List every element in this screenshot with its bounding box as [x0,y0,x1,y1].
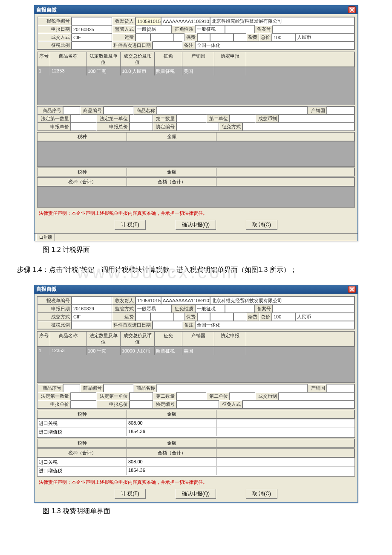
val-qty2[interactable] [176,392,206,400]
val-first-import[interactable] [153,41,182,49]
tax-total-row[interactable]: 进口关税 808.00 [37,458,355,466]
val-freight-a[interactable] [135,313,150,321]
val-taxdoc-no[interactable] [72,297,112,305]
val-goods-code[interactable] [104,107,133,115]
val-insurance-c[interactable] [233,33,246,41]
val-freight-c[interactable] [174,313,184,321]
val-consignee-name[interactable]: 北京科维克经贸科技发展有限公司 [210,17,355,25]
lbl-total-price: 总价 [259,33,272,41]
lbl-tax-type2: 税种 [37,439,127,447]
goods-grid[interactable]: 1 12353 100 千克 10.0 人民币 照章征税 美国 [37,67,355,105]
tax-grid[interactable] [37,141,355,167]
close-button[interactable] [348,6,356,13]
val-decl-price[interactable] [71,400,96,408]
val-consignee-name[interactable]: 北京科维克经贸科技发展有限公司 [210,297,355,305]
cell-origin: 美国 [182,347,214,355]
val-consignee-code[interactable]: 1105910159 [135,17,161,25]
val-exempt-blank[interactable] [225,305,255,313]
val-decl-total[interactable] [130,400,153,408]
val-insurance-b[interactable] [210,33,233,41]
tax-row[interactable]: 进口关税 808.00 [37,419,355,428]
val-legal-qty1[interactable] [71,392,96,400]
val-first-import[interactable] [153,321,182,329]
val-goods-seq[interactable] [63,384,80,392]
close-button[interactable] [348,286,356,293]
val-currency[interactable]: 人民币 [295,313,355,321]
val-exempt-mode[interactable] [242,123,355,131]
val-legal-unit1[interactable] [130,115,153,123]
val-consignee-long[interactable]: AAAAAAAAA1105910159 [161,297,210,305]
val-agree-no[interactable] [176,400,219,408]
lbl-goods-code: 商品编号 [80,107,104,115]
val-origin2[interactable] [327,384,355,392]
val-supv-mode[interactable]: 一般贸易 [135,25,172,33]
val-goods-name2[interactable] [157,384,308,392]
val-decl-price[interactable] [71,123,96,131]
val-remark[interactable]: 全国一体化 [195,321,355,329]
val-taxdoc-no[interactable] [72,17,112,25]
val-total-price[interactable]: 100 [272,313,295,321]
val-trade-mode[interactable]: CIF [72,313,112,321]
tax-total-row[interactable]: 进口增值税 1854.36 [37,466,355,475]
val-goods-name2[interactable] [157,107,308,115]
confirm-submit-button[interactable]: 确认申报(Q) [176,489,216,499]
confirm-submit-button[interactable]: 确认申报(Q) [176,220,216,230]
val-freight-c[interactable] [174,33,184,41]
val-tax-rate[interactable] [72,321,112,329]
tax-total-grid[interactable] [37,186,355,208]
lbl-tax-total-amount: 金额（合计） [127,449,216,457]
val-remark[interactable]: 全国一体化 [195,41,355,49]
val-freight-b[interactable] [150,313,174,321]
val-record-no[interactable] [273,305,355,313]
lbl-decl-price: 申报单价 [37,400,71,408]
val-qty2[interactable] [176,115,206,123]
calc-tax-button[interactable]: 计 税(T) [115,220,146,230]
val-unit2[interactable] [230,115,255,123]
col-total-curr: 成交总价及币值 [121,52,155,66]
goods-grid[interactable]: 1 12353 100 千克 10000 人民币 照章征税 美国 [37,347,355,383]
val-insurance-b[interactable] [210,313,233,321]
tax-row[interactable]: 进口增值税 1854.36 [37,428,355,436]
table-row[interactable]: 1 12353 100 千克 10.0 人民币 照章征税 美国 [37,67,355,75]
val-trade-curr[interactable] [279,392,355,400]
val-consignee-long[interactable]: AAAAAAAAA1105910159 [161,17,210,25]
tax-grid[interactable]: 进口关税 808.00 进口增值税 1854.36 [37,419,355,438]
lbl-legal-qty1: 法定第一数量 [37,115,71,123]
val-exempt-mode[interactable] [242,400,355,408]
val-decl-date[interactable]: 20160829 [72,305,112,313]
val-exempt-blank[interactable] [225,25,255,33]
val-insurance-c[interactable] [233,313,246,321]
val-origin2[interactable] [327,107,355,115]
val-exempt-kind[interactable]: 一般征税 [195,25,225,33]
val-legal-unit1[interactable] [130,392,153,400]
val-decl-date[interactable]: 20160825 [72,25,112,33]
val-goods-seq[interactable] [63,107,80,115]
val-total-price[interactable]: 100 [272,33,295,41]
val-unit2[interactable] [230,392,255,400]
lbl-tax-amount: 金额 [127,410,216,418]
tax-total-amount: 1854.36 [127,467,216,475]
calc-tax-button[interactable]: 计 税(T) [115,489,146,499]
lbl-legal-unit1: 法定第一单位 [96,115,130,123]
val-trade-curr[interactable] [279,115,355,123]
val-freight-b[interactable] [150,33,174,41]
val-exempt-kind[interactable]: 一般征税 [195,305,225,313]
val-supv-mode[interactable]: 一般贸易 [135,305,172,313]
val-tax-rate[interactable] [72,41,112,49]
val-insurance-a[interactable] [197,33,210,41]
tax-total-grid[interactable]: 进口关税 808.00 进口增值税 1854.36 [37,457,355,477]
cancel-button[interactable]: 取 消(C) [246,489,277,499]
val-currency[interactable]: 人民币 [295,33,355,41]
val-legal-qty1[interactable] [71,115,96,123]
val-trade-mode[interactable]: CIF [72,33,112,41]
val-decl-total[interactable] [130,123,153,131]
col-agree: 协定申报 [214,52,246,66]
val-record-no[interactable] [273,25,355,33]
val-freight-a[interactable] [135,33,150,41]
val-goods-code[interactable] [104,384,133,392]
val-insurance-a[interactable] [197,313,210,321]
cancel-button[interactable]: 取 消(C) [246,220,277,230]
table-row[interactable]: 1 12353 100 千克 10000 人民币 照章征税 美国 [37,347,355,355]
val-agree-no[interactable] [176,123,219,131]
val-consignee-code[interactable]: 1105910159 [135,297,161,305]
